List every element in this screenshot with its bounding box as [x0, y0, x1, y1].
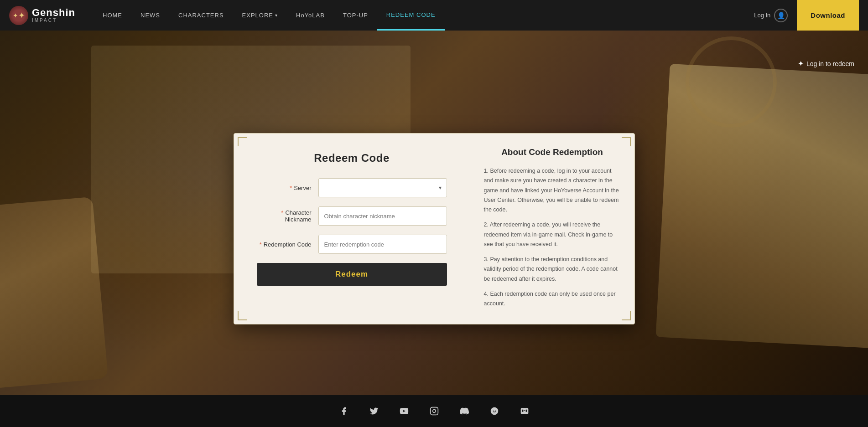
- svg-point-6: [496, 409, 497, 410]
- server-select-wrapper: America Europe Asia SAR ▾: [318, 178, 447, 197]
- svg-rect-1: [430, 407, 438, 415]
- twitter-icon[interactable]: [366, 403, 382, 419]
- facebook-icon[interactable]: [336, 403, 352, 419]
- info-para-2: 2. After redeeming a code, you will rece…: [484, 220, 621, 249]
- redeem-form-section: Redeem Code *Server America Europe Asia …: [234, 134, 470, 324]
- corner-tr: [622, 137, 631, 146]
- chevron-down-icon: ▾: [275, 13, 278, 18]
- page-content: Redeem Code *Server America Europe Asia …: [0, 31, 868, 427]
- code-input[interactable]: [318, 235, 447, 254]
- download-button[interactable]: Download: [797, 0, 859, 31]
- logo-sub: IMPACT: [32, 18, 75, 23]
- discord-icon[interactable]: [456, 403, 473, 419]
- corner-tl: [238, 137, 247, 146]
- svg-point-3: [490, 407, 498, 415]
- info-title: About Code Redemption: [484, 147, 621, 157]
- nav-right: Log In 👤 Download: [745, 0, 859, 31]
- corner-bl: [238, 311, 247, 320]
- info-para-4: 4. Each redemption code can only be used…: [484, 289, 621, 309]
- instagram-icon[interactable]: [426, 403, 442, 419]
- youtube-icon[interactable]: [396, 403, 412, 419]
- nav-home[interactable]: HOME: [94, 0, 131, 31]
- redeem-panel: Redeem Code *Server America Europe Asia …: [234, 133, 635, 324]
- nickname-label: *Character Nickname: [257, 209, 312, 223]
- hero-background: ✦ Log in to redeem Redeem Code *Server: [0, 0, 868, 427]
- nav-news[interactable]: NEWS: [131, 0, 169, 31]
- required-star: *: [290, 185, 292, 191]
- server-select[interactable]: America Europe Asia SAR: [318, 178, 447, 197]
- svg-point-5: [495, 411, 496, 412]
- info-para-3: 3. Pay attention to the redemption condi…: [484, 255, 621, 284]
- reddit-icon[interactable]: [486, 403, 503, 419]
- info-para-1: 1. Before redeeming a code, log in to yo…: [484, 166, 621, 215]
- login-button[interactable]: Log In 👤: [745, 9, 797, 22]
- navigation: ✦ Genshin IMPACT HOME NEWS CHARACTERS EX…: [0, 0, 868, 31]
- nickname-row: *Character Nickname: [257, 206, 447, 226]
- bilibili-icon[interactable]: [516, 403, 533, 419]
- corner-br: [622, 311, 631, 320]
- redeem-button[interactable]: Redeem: [257, 263, 447, 286]
- svg-rect-9: [525, 410, 527, 412]
- code-row: *Redemption Code: [257, 235, 447, 254]
- info-section: About Code Redemption 1. Before redeemin…: [470, 134, 634, 324]
- svg-point-4: [493, 411, 494, 412]
- user-avatar-icon: 👤: [774, 9, 788, 22]
- nav-topup[interactable]: TOP-UP: [334, 0, 377, 31]
- nav-hoyolab[interactable]: HoYoLAB: [287, 0, 334, 31]
- server-row: *Server America Europe Asia SAR ▾: [257, 178, 447, 197]
- server-label: *Server: [257, 185, 312, 191]
- nav-redeem-code[interactable]: REDEEM CODE: [377, 0, 445, 31]
- footer: [0, 395, 868, 427]
- nav-explore[interactable]: EXPLORE ▾: [233, 0, 287, 31]
- logo[interactable]: ✦ Genshin IMPACT: [9, 6, 75, 25]
- svg-rect-8: [522, 410, 523, 412]
- logo-icon: ✦: [9, 6, 28, 25]
- form-title: Redeem Code: [257, 152, 447, 165]
- code-label: *Redemption Code: [257, 241, 312, 248]
- info-text: 1. Before redeeming a code, log in to yo…: [484, 166, 621, 309]
- nav-links: HOME NEWS CHARACTERS EXPLORE ▾ HoYoLAB T…: [94, 0, 745, 31]
- nickname-input[interactable]: [318, 206, 447, 226]
- required-star-nickname: *: [281, 209, 283, 216]
- required-star-code: *: [260, 241, 262, 248]
- nav-characters[interactable]: CHARACTERS: [169, 0, 233, 31]
- logo-text: Genshin: [32, 8, 75, 18]
